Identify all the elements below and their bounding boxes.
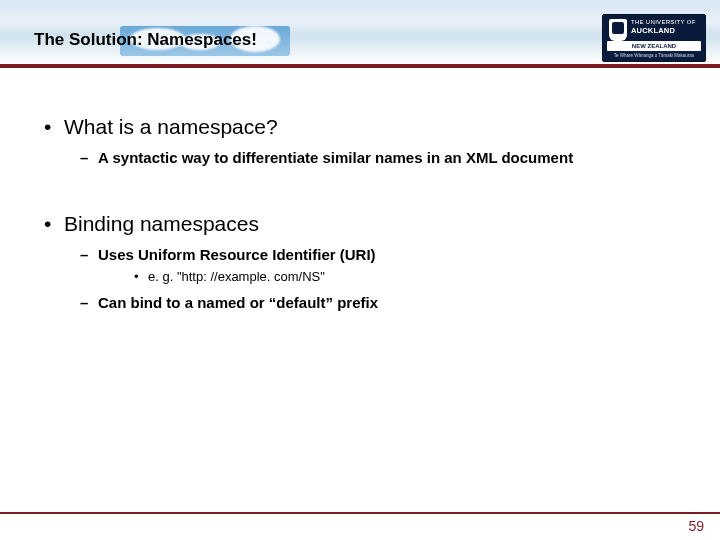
university-logo: THE UNIVERSITY OF AUCKLAND NEW ZEALAND T… (602, 14, 706, 62)
bullet-what-is-namespace: What is a namespace? A syntactic way to … (40, 115, 680, 166)
logo-line1: THE UNIVERSITY OF (631, 19, 696, 26)
logo-maori: Te Whare Wānanga o Tāmaki Makaurau (607, 53, 701, 58)
example-uri: e. g. "http: //example. com/NS" (98, 269, 680, 284)
logo-line2: AUCKLAND (631, 26, 675, 35)
logo-band: NEW ZEALAND (607, 41, 701, 51)
spacer (40, 184, 680, 212)
subbullet-bind-prefix: Can bind to a named or “default” prefix (64, 294, 680, 311)
subbullet-text: Can bind to a named or “default” prefix (98, 294, 378, 311)
crest-icon (609, 19, 627, 41)
bullet-text: What is a namespace? (64, 115, 278, 138)
bullet-binding-namespaces: Binding namespaces Uses Uniform Resource… (40, 212, 680, 311)
example-text: e. g. "http: //example. com/NS" (148, 269, 325, 284)
subbullet-syntactic-way: A syntactic way to differentiate similar… (64, 149, 680, 166)
subbullet-text: A syntactic way to differentiate similar… (98, 149, 573, 166)
page-number: 59 (688, 518, 704, 534)
footer-divider (0, 512, 720, 514)
header-divider (0, 64, 720, 68)
subbullet-text: Uses Uniform Resource Identifier (URI) (98, 246, 376, 263)
subbullet-uses-uri: Uses Uniform Resource Identifier (URI) e… (64, 246, 680, 284)
content-area: What is a namespace? A syntactic way to … (40, 115, 680, 329)
slide: The Solution: Namespaces! THE UNIVERSITY… (0, 0, 720, 540)
bullet-text: Binding namespaces (64, 212, 259, 235)
slide-title: The Solution: Namespaces! (34, 30, 257, 50)
